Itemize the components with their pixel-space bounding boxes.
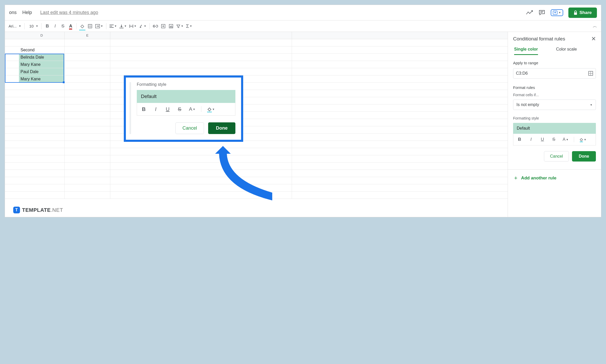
italic-icon[interactable]: I xyxy=(51,23,59,30)
callout-fill-color-icon[interactable]: ▼ xyxy=(206,107,216,111)
underline-icon[interactable]: U xyxy=(539,136,546,143)
callout-popup: Formatting style Default B I U S A▼ ▼ Ca… xyxy=(124,75,243,142)
horizontal-align-icon[interactable]: ▼ xyxy=(108,24,118,28)
app-frame: ons Help Last edit was 4 minutes ago ▼ S… xyxy=(5,5,601,217)
main-area: D E Second Belinda Dale Mary Kane Paul D… xyxy=(5,32,601,217)
bold-icon[interactable]: B xyxy=(44,23,51,30)
grid: D E Second Belinda Dale Mary Kane Paul D… xyxy=(5,32,508,217)
callout-text-color-icon[interactable]: A▼ xyxy=(188,106,196,112)
tab-color-scale[interactable]: Color scale xyxy=(556,47,577,55)
sheet-area[interactable]: D E Second Belinda Dale Mary Kane Paul D… xyxy=(5,32,508,217)
functions-icon[interactable]: Σ▼ xyxy=(185,23,193,29)
add-another-rule-button[interactable]: + Add another rule xyxy=(513,175,596,181)
format-cells-if-label: Format cells if... xyxy=(513,93,596,97)
condition-select[interactable]: Is not empty ▼ xyxy=(513,100,596,110)
callout-style-preview[interactable]: Default xyxy=(137,90,235,103)
header-bar: ons Help Last edit was 4 minutes ago ▼ S… xyxy=(5,5,601,20)
svg-rect-3 xyxy=(574,12,577,15)
text-color-icon[interactable]: A xyxy=(67,23,74,30)
col-header-e[interactable]: E xyxy=(65,32,110,39)
bold-icon[interactable]: B xyxy=(516,136,523,143)
fill-color-icon[interactable] xyxy=(79,23,86,30)
callout-strikethrough-icon[interactable]: S xyxy=(176,106,183,113)
explore-trend-icon[interactable] xyxy=(526,9,533,16)
svg-rect-20 xyxy=(172,26,172,27)
callout-bold-icon[interactable]: B xyxy=(140,106,147,113)
range-input[interactable]: C3:D6 xyxy=(513,68,596,79)
italic-icon[interactable]: I xyxy=(527,136,535,143)
fill-color-icon[interactable]: ▼ xyxy=(578,137,588,142)
close-icon[interactable]: ✕ xyxy=(591,36,596,42)
svg-rect-19 xyxy=(171,25,171,27)
menu-ons[interactable]: ons xyxy=(9,10,17,15)
col-header-d[interactable]: D xyxy=(19,32,65,39)
chevron-down-icon: ▼ xyxy=(559,11,561,14)
text-wrap-icon[interactable]: ▼ xyxy=(128,24,138,28)
font-size-selector[interactable]: 10▼ xyxy=(27,24,39,28)
strikethrough-icon[interactable]: S xyxy=(550,136,557,143)
conditional-format-sidebar: Conditional format rules ✕ Single color … xyxy=(508,32,601,217)
grid-body: Second Belinda Dale Mary Kane Paul Dale … xyxy=(5,39,508,199)
callout-underline-icon[interactable]: U xyxy=(164,106,171,113)
text-color-icon[interactable]: A▼ xyxy=(562,137,570,142)
select-range-icon[interactable] xyxy=(588,71,593,76)
callout-cancel-button[interactable]: Cancel xyxy=(175,122,204,134)
lock-icon xyxy=(574,10,577,15)
text-rotation-icon[interactable]: ▼ xyxy=(138,24,147,28)
cell-d6[interactable]: Mary Kane xyxy=(19,75,65,82)
tab-single-color[interactable]: Single color xyxy=(514,47,538,55)
vertical-align-icon[interactable]: ▼ xyxy=(118,24,128,28)
watermark-logo-icon: T xyxy=(13,207,20,213)
menu-bar: ons Help Last edit was 4 minutes ago xyxy=(9,10,98,15)
callout-scrollbar xyxy=(130,82,131,134)
cancel-button[interactable]: Cancel xyxy=(544,151,569,162)
cell-d3[interactable]: Belinda Dale xyxy=(19,54,65,61)
toolbar: Ari...▼ 10▼ B I S A ▼ ▼ ▼ ▼ ▼ ▼ Σ▼ ︿ xyxy=(5,20,601,32)
strikethrough-icon[interactable]: S xyxy=(59,23,66,30)
merge-cells-icon[interactable]: ▼ xyxy=(94,24,104,28)
svg-rect-18 xyxy=(170,26,171,27)
share-button[interactable]: Share xyxy=(568,8,597,18)
cell-d4[interactable]: Mary Kane xyxy=(19,61,65,68)
cell-d5[interactable]: Paul Dale xyxy=(19,68,65,75)
callout-italic-icon[interactable]: I xyxy=(152,106,159,113)
borders-icon[interactable] xyxy=(86,23,94,30)
watermark: T TEMPLATE.NET xyxy=(13,207,63,213)
collapse-toolbar-icon[interactable]: ︿ xyxy=(591,23,598,30)
sidebar-title: Conditional format rules xyxy=(513,36,565,42)
format-rules-label: Format rules xyxy=(513,85,596,90)
style-toolbar: B I U S A▼ ▼ xyxy=(513,134,596,145)
callout-done-button[interactable]: Done xyxy=(208,122,235,134)
insert-link-icon[interactable] xyxy=(152,23,159,30)
header-right: ▼ Share xyxy=(526,8,597,18)
share-label: Share xyxy=(580,10,592,15)
range-value: C3:D6 xyxy=(516,71,588,76)
apply-to-range-label: Apply to range xyxy=(513,61,596,65)
column-headers: D E xyxy=(5,32,508,39)
insert-chart-icon[interactable] xyxy=(167,23,175,30)
done-button[interactable]: Done xyxy=(572,151,596,162)
filter-icon[interactable]: ▼ xyxy=(175,24,185,28)
cell-d2[interactable]: Second xyxy=(19,46,65,53)
font-selector[interactable]: Ari...▼ xyxy=(6,24,22,28)
sidebar-tabs: Single color Color scale xyxy=(513,47,596,55)
callout-style-toolbar: B I U S A▼ ▼ xyxy=(137,103,235,116)
insert-comment-icon[interactable] xyxy=(160,23,167,30)
formatting-style-label: Formatting style xyxy=(513,116,596,120)
last-edit-link[interactable]: Last edit was 4 minutes ago xyxy=(40,10,98,15)
callout-formatting-label: Formatting style xyxy=(137,82,235,87)
style-preview[interactable]: Default xyxy=(513,123,596,134)
menu-help[interactable]: Help xyxy=(22,10,32,15)
present-button[interactable]: ▼ xyxy=(551,9,563,16)
comment-icon[interactable] xyxy=(538,9,546,16)
plus-icon: + xyxy=(514,175,518,181)
chevron-down-icon: ▼ xyxy=(590,103,593,106)
